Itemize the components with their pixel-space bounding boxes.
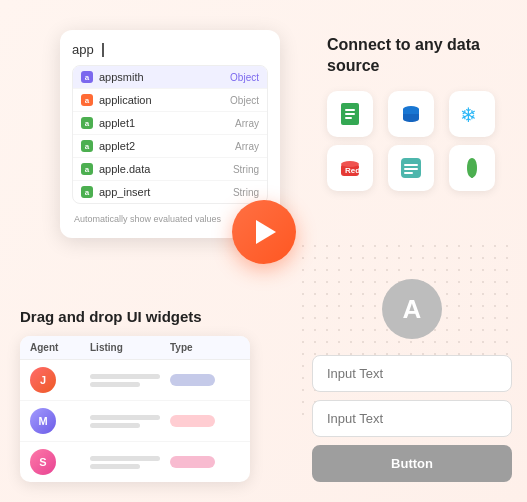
- listing-lines: [90, 415, 170, 428]
- item-type: String: [233, 164, 259, 175]
- avatar: J: [30, 367, 56, 393]
- item-name: appsmith: [99, 71, 224, 83]
- list-item[interactable]: a applet1 Array: [73, 112, 267, 135]
- type-badge: [170, 456, 215, 468]
- input-text-2[interactable]: [312, 400, 512, 437]
- evaluated-label: Automatically show evaluated values: [74, 214, 221, 224]
- datasource-section: Connect to any data source ❄: [327, 35, 502, 191]
- item-name: app_insert: [99, 186, 227, 198]
- svg-text:Redis: Redis: [345, 166, 362, 175]
- list-item[interactable]: a applet2 Array: [73, 135, 267, 158]
- svg-rect-13: [471, 174, 473, 178]
- tableplus-icon[interactable]: [388, 145, 434, 191]
- dnd-section: Drag and drop UI widgets Agent Listing T…: [20, 307, 250, 483]
- svg-rect-1: [345, 109, 355, 111]
- list-item[interactable]: a application Object: [73, 89, 267, 112]
- item-name: applet2: [99, 140, 229, 152]
- database-icon[interactable]: [388, 91, 434, 137]
- item-type: Array: [235, 118, 259, 129]
- avatar: M: [30, 408, 56, 434]
- input-text-1[interactable]: [312, 355, 512, 392]
- item-type: Object: [230, 95, 259, 106]
- mongo-icon[interactable]: [449, 145, 495, 191]
- dot-icon: a: [81, 186, 93, 198]
- list-item[interactable]: a appsmith Object: [73, 66, 267, 89]
- list-item[interactable]: a apple.data String: [73, 158, 267, 181]
- table-card: Agent Listing Type J M: [20, 336, 250, 482]
- item-name: application: [99, 94, 224, 106]
- item-type: String: [233, 187, 259, 198]
- snowflake-icon[interactable]: ❄: [449, 91, 495, 137]
- svg-rect-11: [404, 168, 418, 170]
- table-header: Agent Listing Type: [20, 336, 250, 360]
- listing-lines: [90, 374, 170, 387]
- datasource-title: Connect to any data source: [327, 35, 502, 77]
- table-row: S: [20, 442, 250, 482]
- play-button[interactable]: [232, 200, 296, 264]
- google-sheets-icon[interactable]: [327, 91, 373, 137]
- col-listing: Listing: [90, 342, 170, 353]
- line-bar: [90, 423, 140, 428]
- item-type: Object: [230, 72, 259, 83]
- avatar: S: [30, 449, 56, 475]
- submit-button[interactable]: Button: [312, 445, 512, 482]
- table-row: J: [20, 360, 250, 401]
- svg-rect-10: [404, 164, 418, 166]
- svg-rect-3: [345, 117, 352, 119]
- svg-text:❄: ❄: [460, 104, 477, 126]
- play-icon: [256, 220, 276, 244]
- cursor-icon: [102, 43, 104, 57]
- line-bar: [90, 374, 160, 379]
- type-badge: [170, 374, 215, 386]
- col-agent: Agent: [30, 342, 90, 353]
- line-bar: [90, 456, 160, 461]
- col-type: Type: [170, 342, 240, 353]
- datasource-grid: ❄ Redis: [327, 91, 502, 191]
- autocomplete-list: a appsmith Object a application Object a…: [72, 65, 268, 204]
- dot-icon: a: [81, 94, 93, 106]
- dnd-title: Drag and drop UI widgets: [20, 307, 250, 327]
- code-card-header: app: [72, 42, 268, 57]
- table-row: M: [20, 401, 250, 442]
- line-bar: [90, 382, 140, 387]
- dot-icon: a: [81, 71, 93, 83]
- code-card-title: app: [72, 42, 94, 57]
- main-container: app a appsmith Object a application Obje…: [0, 0, 527, 502]
- svg-rect-12: [404, 172, 413, 174]
- line-bar: [90, 464, 140, 469]
- item-name: applet1: [99, 117, 229, 129]
- list-item[interactable]: a app_insert String: [73, 181, 267, 203]
- dot-icon: a: [81, 117, 93, 129]
- redis-icon[interactable]: Redis: [327, 145, 373, 191]
- line-bar: [90, 415, 160, 420]
- dot-icon: a: [81, 163, 93, 175]
- item-name: apple.data: [99, 163, 227, 175]
- type-badge: [170, 415, 215, 427]
- listing-lines: [90, 456, 170, 469]
- dot-icon: a: [81, 140, 93, 152]
- svg-rect-2: [345, 113, 355, 115]
- input-section: A Button: [312, 279, 512, 482]
- avatar-large: A: [382, 279, 442, 339]
- item-type: Array: [235, 141, 259, 152]
